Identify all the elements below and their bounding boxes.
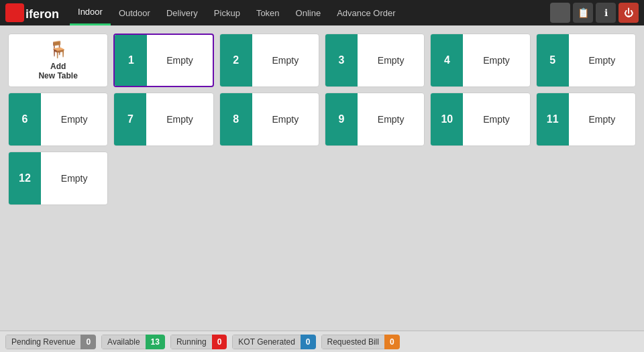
card-icon-button[interactable]: 📋 [573, 3, 593, 23]
table-number: 1 [115, 35, 147, 86]
nav-tab-pickup[interactable]: Pickup [206, 0, 248, 25]
table-cell-3[interactable]: 3Empty [325, 34, 425, 87]
table-number: 2 [220, 34, 252, 86]
status-badge-available: Available13 [101, 335, 165, 349]
table-status: Empty [358, 34, 424, 86]
tables-area: 🪑 AddNew Table 1Empty2Empty3Empty4Empty5… [0, 25, 644, 331]
table-cell-4[interactable]: 4Empty [430, 34, 530, 87]
table-cell-5[interactable]: 5Empty [536, 34, 636, 87]
logo-area: iferon [5, 3, 59, 22]
status-label: Requested Bill [321, 335, 384, 349]
table-status: Empty [569, 34, 635, 86]
nav-tab-token[interactable]: Token [248, 0, 288, 25]
table-status: Empty [252, 34, 319, 86]
table-status: Empty [252, 93, 319, 145]
table-cell-7[interactable]: 7Empty [113, 93, 213, 146]
nav-tab-advance-order[interactable]: Advance Order [329, 0, 403, 25]
table-cell-10[interactable]: 10Empty [430, 93, 530, 146]
nav-tab-indoor[interactable]: Indoor [70, 0, 111, 25]
nav-tabs: IndoorOutdoorDeliveryPickupTokenOnlineAd… [70, 0, 550, 25]
logo-text: iferon [25, 7, 59, 21]
table-number: 5 [537, 34, 569, 86]
table-status: Empty [147, 35, 212, 86]
table-number: 8 [220, 93, 252, 145]
main-content: 🪑 AddNew Table 1Empty2Empty3Empty4Empty5… [0, 25, 644, 331]
table-cell-11[interactable]: 11Empty [536, 93, 636, 146]
power-icon-button[interactable]: ⏻ [619, 3, 639, 23]
table-cell-12[interactable]: 12Empty [8, 152, 108, 205]
header: iferon IndoorOutdoorDeliveryPickupTokenO… [0, 0, 644, 25]
status-badge-kot-generated: KOT Generated0 [232, 335, 315, 349]
logo-icon [5, 3, 24, 22]
table-number: 11 [537, 93, 569, 145]
table-cell-8[interactable]: 8Empty [219, 93, 319, 146]
add-table-label: AddNew Table [38, 62, 77, 81]
table-number: 7 [114, 93, 146, 145]
badge-button[interactable] [550, 3, 570, 23]
table-status: Empty [41, 93, 107, 145]
status-badge-pending-revenue: Pending Revenue0 [5, 335, 96, 349]
table-status: Empty [463, 93, 529, 145]
table-status: Empty [463, 34, 529, 86]
nav-tab-outdoor[interactable]: Outdoor [111, 0, 158, 25]
status-label: Pending Revenue [5, 335, 80, 349]
status-label: Running [170, 335, 212, 349]
table-number: 9 [325, 93, 358, 145]
table-status: Empty [146, 93, 213, 145]
status-badge-requested-bill: Requested Bill0 [321, 335, 400, 349]
nav-tab-delivery[interactable]: Delivery [158, 0, 206, 25]
table-cell-2[interactable]: 2Empty [219, 34, 319, 87]
table-cell-9[interactable]: 9Empty [325, 93, 425, 146]
status-count: 0 [80, 335, 96, 349]
status-count: 0 [212, 335, 227, 349]
status-count: 13 [146, 335, 165, 349]
status-bar: Pending Revenue0Available13Running0KOT G… [0, 331, 644, 352]
status-count: 0 [384, 335, 400, 349]
table-number: 10 [431, 93, 463, 145]
table-number: 12 [9, 152, 41, 204]
table-number: 4 [431, 34, 463, 86]
table-cell-1[interactable]: 1Empty [113, 34, 213, 87]
status-label: KOT Generated [232, 335, 301, 349]
table-status: Empty [41, 152, 107, 204]
table-status: Empty [569, 93, 635, 145]
status-count: 0 [301, 335, 316, 349]
table-number: 6 [9, 93, 41, 145]
nav-tab-online[interactable]: Online [288, 0, 329, 25]
status-badge-running: Running0 [170, 335, 227, 349]
table-icon: 🪑 [48, 40, 68, 59]
status-label: Available [101, 335, 145, 349]
table-cell-6[interactable]: 6Empty [8, 93, 108, 146]
info-icon-button[interactable]: ℹ [596, 3, 616, 23]
header-actions: 📋 ℹ ⏻ [550, 3, 639, 23]
add-new-table-button[interactable]: 🪑 AddNew Table [8, 34, 108, 87]
table-status: Empty [358, 93, 424, 145]
tables-grid: 🪑 AddNew Table 1Empty2Empty3Empty4Empty5… [8, 34, 636, 205]
table-number: 3 [325, 34, 358, 86]
